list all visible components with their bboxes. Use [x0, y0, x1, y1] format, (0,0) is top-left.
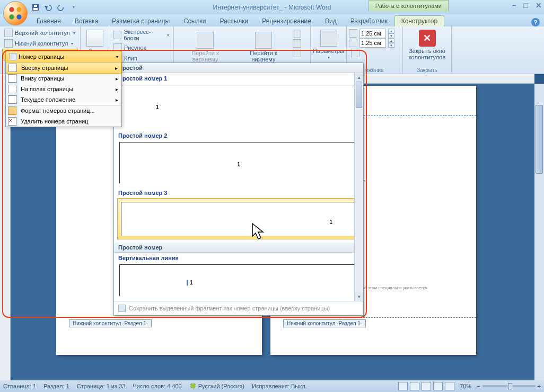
- spin-down-icon[interactable]: ▾: [388, 33, 394, 38]
- zoom-thumb[interactable]: [508, 383, 512, 389]
- nav-icon-1[interactable]: [293, 30, 301, 38]
- view-print-layout-icon[interactable]: [398, 382, 408, 390]
- redo-icon[interactable]: [55, 2, 67, 13]
- preview-num-4: 1: [187, 280, 193, 286]
- header-margin-spinner[interactable]: ▴▾: [349, 29, 400, 38]
- status-bar: Страница: 1 Раздел: 1 Страница: 1 из 33 …: [0, 380, 544, 392]
- clip-label: Клип: [124, 55, 137, 61]
- zoom-in-icon[interactable]: +: [538, 383, 541, 389]
- goto-footer-icon: [255, 32, 272, 49]
- menu-current-position[interactable]: Текущее положение: [6, 94, 121, 105]
- spin-up-icon[interactable]: ▴: [388, 38, 394, 43]
- menu-format-numbers[interactable]: Формат номеров страниц...: [6, 105, 121, 116]
- page-number-menu: Номер страницы ▾ Вверху страницы Внизу с…: [5, 51, 122, 127]
- vertical-scrollbar[interactable]: [534, 84, 544, 380]
- header-button[interactable]: Верхний колонтитул: [2, 28, 78, 38]
- ribbon-tabs: Главная Вставка Разметка страницы Ссылки…: [0, 14, 544, 26]
- tab-layout[interactable]: Разметка страницы: [105, 15, 177, 26]
- view-outline-icon[interactable]: [433, 382, 443, 390]
- footer-label: Нижний колонтитул: [15, 40, 68, 47]
- status-word-count[interactable]: Число слов: 4 400: [133, 383, 181, 389]
- window-controls: – □ ✕: [512, 1, 542, 10]
- svg-point-2: [9, 14, 14, 19]
- gallery-item-2[interactable]: 1: [119, 142, 358, 183]
- gallery-item-4[interactable]: 1: [119, 264, 358, 296]
- minimize-icon[interactable]: –: [512, 1, 516, 10]
- align-tab-button[interactable]: [349, 48, 400, 58]
- menu-remove-numbers[interactable]: ✕ Удалить номера страниц: [6, 116, 121, 127]
- view-web-icon[interactable]: [422, 382, 431, 390]
- spin-up-icon[interactable]: ▴: [388, 29, 394, 33]
- scroll-up-icon[interactable]: ▴: [355, 73, 363, 82]
- zoom-level[interactable]: 70%: [460, 383, 471, 389]
- top-page-icon: [8, 64, 17, 72]
- tab-home[interactable]: Главная: [30, 15, 68, 26]
- scroll-down-icon[interactable]: ▾: [355, 292, 363, 301]
- status-track-changes[interactable]: Исправления: Выкл.: [252, 383, 307, 389]
- goto-header-icon: [197, 32, 214, 49]
- gallery-save-selection[interactable]: Сохранить выделенный фрагмент как номер …: [114, 301, 363, 315]
- status-section[interactable]: Раздел: 1: [43, 383, 69, 389]
- spin-down-icon[interactable]: ▾: [388, 43, 394, 48]
- nav-icon-3[interactable]: [293, 49, 301, 57]
- menu-bottom-of-page[interactable]: Внизу страницы: [6, 73, 121, 84]
- tab-developer[interactable]: Разработчик: [344, 15, 394, 26]
- svg-point-0: [9, 7, 14, 12]
- align-tab-icon: [351, 49, 359, 57]
- tab-mailings[interactable]: Рассылки: [213, 15, 255, 26]
- bottom-page-icon: [8, 74, 16, 83]
- quickparts-label: Экспресс-блоки: [124, 29, 164, 41]
- save-icon[interactable]: [30, 2, 41, 13]
- maximize-icon[interactable]: □: [524, 1, 528, 10]
- close-icon[interactable]: ✕: [536, 1, 542, 10]
- help-icon[interactable]: ?: [531, 18, 540, 26]
- zoom-out-icon[interactable]: −: [477, 383, 480, 389]
- close-header-footer-button[interactable]: ✕ Закрыть окно колонтитулов: [405, 28, 449, 63]
- footer-margin-spinner[interactable]: ▴▾: [349, 38, 400, 48]
- view-draft-icon[interactable]: [445, 382, 454, 390]
- header-icon: [4, 29, 13, 37]
- preview-num-2: 1: [237, 162, 240, 167]
- undo-icon[interactable]: [42, 2, 54, 13]
- office-button[interactable]: [3, 1, 28, 25]
- margin-top-icon: [349, 29, 357, 38]
- status-page[interactable]: Страница: 1: [3, 383, 36, 389]
- options-button[interactable]: Параметры ▾: [310, 28, 347, 62]
- options-label: Параметры: [313, 48, 344, 54]
- svg-rect-5: [33, 8, 38, 10]
- gallery-item-1[interactable]: 1: [119, 85, 358, 126]
- tab-view[interactable]: Вид: [318, 15, 344, 26]
- tab-design[interactable]: Конструктор: [394, 15, 444, 26]
- gallery-scroll-thumb[interactable]: [356, 82, 362, 108]
- margin-bottom-input[interactable]: [359, 38, 386, 48]
- gallery-item-3[interactable]: 1: [117, 198, 360, 239]
- nav-icon-2[interactable]: [293, 39, 301, 48]
- tab-insert[interactable]: Вставка: [68, 15, 106, 26]
- tab-review[interactable]: Рецензирование: [255, 15, 318, 26]
- scrollbar-thumb[interactable]: [536, 105, 543, 174]
- footer-button[interactable]: Нижний колонтитул: [2, 38, 78, 49]
- quick-access-toolbar: ▾: [30, 2, 80, 13]
- status-page-of[interactable]: Страница: 1 из 33: [77, 383, 126, 389]
- menu-page-margins[interactable]: На полях страницы: [6, 84, 121, 94]
- gallery-category-simple: Простой: [114, 63, 363, 73]
- preview-num-3: 1: [329, 219, 332, 225]
- quickparts-button[interactable]: Экспресс-блоки: [111, 28, 171, 42]
- menu-top-of-page[interactable]: Вверху страницы: [6, 62, 121, 74]
- view-fullscreen-icon[interactable]: [410, 382, 419, 390]
- datetime-icon: [86, 30, 103, 47]
- close-label: Закрыть окно колонтитулов: [408, 48, 446, 60]
- preview-num-1: 1: [156, 104, 159, 110]
- margin-top-input[interactable]: [359, 29, 386, 38]
- zoom-slider[interactable]: [482, 385, 536, 387]
- gallery-scrollbar[interactable]: ▴ ▾: [354, 73, 363, 301]
- tab-references[interactable]: Ссылки: [177, 15, 213, 26]
- gallery-item-3-label: Простой номер 3: [114, 188, 363, 198]
- header-label: Верхний колонтитул: [15, 30, 70, 36]
- remove-icon: ✕: [8, 117, 16, 126]
- qat-customize-icon[interactable]: ▾: [68, 2, 80, 13]
- gallery-save-label: Сохранить выделенный фрагмент как номер …: [129, 305, 330, 311]
- status-language[interactable]: 🍀 Русский (Россия): [189, 383, 244, 390]
- gallery-item-4-label: Вертикальная линия: [114, 253, 363, 263]
- gallery-category-simple2: Простой номер: [114, 243, 363, 253]
